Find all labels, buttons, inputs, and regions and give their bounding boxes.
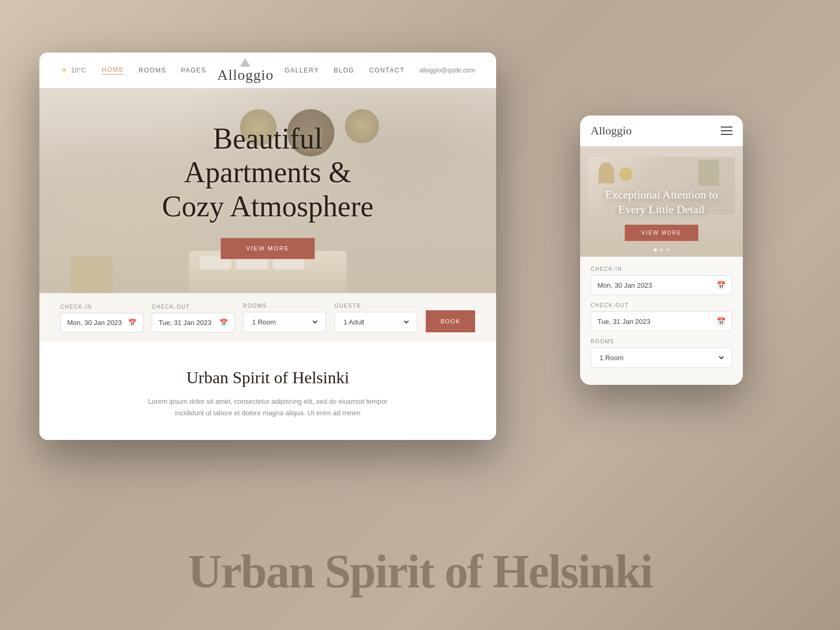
hero-view-more-button[interactable]: VIEW MORE (221, 238, 314, 259)
weather-widget: ☀ 10°C (60, 65, 86, 75)
mobile-checkin-input[interactable]: Mon, 30 Jan 2023 📅 (591, 275, 732, 295)
guests-input[interactable]: 1 Adult 2 Adults 3 Adults (334, 312, 417, 332)
book-now-button[interactable]: BOOK (426, 310, 475, 332)
desktop-mockup: ☀ 10°C HOME ROOMS PAGES Alloggio GALLERY… (39, 52, 496, 440)
hero-content: Beautiful Apartments & Cozy Atmosphere V… (154, 122, 382, 259)
booking-bar: CHECK-IN Mon, 30 Jan 2023 📅 CHECK-OUT Tu… (39, 293, 496, 342)
hamburger-menu-button[interactable] (721, 127, 732, 135)
nav-email: alloggio@qode.com (419, 67, 475, 74)
art-element-1 (598, 162, 614, 183)
nav-links: HOME ROOMS PAGES (102, 66, 206, 75)
hero-title-line2: Cozy Atmosphere (162, 190, 374, 223)
checkout-input[interactable]: Tue, 31 Jan 2023 📅 (152, 313, 235, 332)
mobile-checkout-field: CHECK-OUT Tue, 31 Jan 2023 📅 (591, 302, 732, 331)
rooms-label: ROOMS (243, 303, 326, 309)
guests-select[interactable]: 1 Adult 2 Adults 3 Adults (341, 318, 411, 327)
mobile-nav: Alloggio (580, 116, 743, 146)
nav-link-gallery[interactable]: GALLERY (285, 67, 319, 74)
desktop-logo[interactable]: Alloggio (217, 58, 274, 82)
nav-links-right: GALLERY BLOG CONTACT (285, 67, 405, 74)
nav-link-contact[interactable]: CONTACT (369, 67, 405, 74)
guests-field: GUESTS: 1 Adult 2 Adults 3 Adults (334, 303, 417, 332)
mobile-rooms-select[interactable]: 1 Room 2 Rooms (597, 353, 726, 362)
mobile-logo[interactable]: Alloggio (591, 124, 632, 138)
nav-link-pages[interactable]: PAGES (181, 67, 206, 74)
guests-label: GUESTS: (334, 303, 417, 309)
mobile-checkout-input[interactable]: Tue, 31 Jan 2023 📅 (591, 311, 732, 331)
mobile-hero-title-line1: Exceptional Attention to (605, 188, 718, 201)
mobile-checkin-value: Mon, 30 Jan 2023 (597, 281, 652, 289)
checkin-input[interactable]: Mon, 30 Jan 2023 📅 (60, 313, 143, 332)
mobile-view-more-button[interactable]: VIEW MORE (625, 225, 698, 241)
mobile-hero: Exceptional Attention to Every Little De… (580, 146, 743, 257)
hero-section: Beautiful Apartments & Cozy Atmosphere V… (39, 88, 496, 293)
temperature: 10°C (71, 66, 86, 74)
nav-link-rooms[interactable]: ROOMS (139, 67, 166, 74)
mobile-checkin-field: CHECK-IN Mon, 30 Jan 2023 📅 (591, 266, 732, 295)
mobile-checkout-calendar-icon: 📅 (717, 317, 726, 326)
checkout-value: Tue, 31 Jan 2023 (159, 319, 212, 327)
background-text: Urban Spirit of Helsinki (188, 544, 653, 598)
nav-link-blog[interactable]: BLOG (334, 67, 354, 74)
ham-line-3 (721, 134, 732, 135)
mobile-rooms-field: ROOMS 1 Room 2 Rooms (591, 339, 732, 368)
section-text: Lorem ipsum dolor sit amet, consectetur … (136, 396, 399, 419)
slider-dots (580, 248, 743, 251)
rooms-field: ROOMS 1 Room 2 Rooms 3 Rooms (243, 303, 326, 332)
mobile-rooms-label: ROOMS (591, 339, 732, 344)
nav-left: ☀ 10°C HOME ROOMS PAGES (60, 65, 206, 75)
checkin-value: Mon, 30 Jan 2023 (67, 319, 122, 327)
checkout-calendar-icon: 📅 (219, 319, 228, 327)
mobile-checkout-value: Tue, 31 Jan 2023 (597, 318, 650, 326)
art-element-3 (698, 160, 719, 186)
mobile-booking: CHECK-IN Mon, 30 Jan 2023 📅 CHECK-OUT Tu… (580, 257, 743, 385)
mobile-rooms-input[interactable]: 1 Room 2 Rooms (591, 348, 732, 368)
mobile-checkin-label: CHECK-IN (591, 266, 732, 272)
nav-right: GALLERY BLOG CONTACT alloggio@qode.com (285, 67, 475, 74)
ham-line-1 (721, 127, 732, 128)
rooms-input[interactable]: 1 Room 2 Rooms 3 Rooms (243, 312, 326, 332)
section-title: Urban Spirit of Helsinki (60, 368, 475, 387)
checkin-field: CHECK-IN Mon, 30 Jan 2023 📅 (60, 304, 143, 332)
mobile-hero-title: Exceptional Attention to Every Little De… (591, 187, 732, 217)
checkin-label: CHECK-IN (60, 304, 143, 310)
checkout-label: CHECK-OUT (152, 304, 235, 310)
dot-2[interactable] (660, 248, 663, 251)
mobile-hero-title-line2: Every Little Detail (618, 203, 705, 216)
mobile-checkout-label: CHECK-OUT (591, 302, 732, 308)
mobile-mockup: Alloggio Exceptional Attention to Every … (580, 116, 743, 385)
mobile-hero-content: Exceptional Attention to Every Little De… (580, 187, 743, 241)
dot-1[interactable] (654, 248, 657, 251)
dot-3[interactable] (666, 248, 669, 251)
sun-icon: ☀ (60, 65, 68, 75)
hero-title-line1: Beautiful Apartments & (184, 122, 352, 188)
mobile-checkin-calendar-icon: 📅 (717, 281, 726, 289)
ham-line-2 (721, 130, 732, 131)
desktop-nav: ☀ 10°C HOME ROOMS PAGES Alloggio GALLERY… (39, 52, 496, 88)
logo-text: Alloggio (217, 68, 274, 82)
checkin-calendar-icon: 📅 (128, 319, 136, 327)
art-element-2 (620, 167, 633, 181)
logo-triangle-icon (240, 58, 250, 67)
checkout-field: CHECK-OUT Tue, 31 Jan 2023 📅 (152, 304, 235, 332)
hero-title: Beautiful Apartments & Cozy Atmosphere (154, 122, 382, 223)
rooms-select[interactable]: 1 Room 2 Rooms 3 Rooms (250, 318, 319, 327)
nav-link-home[interactable]: HOME (102, 66, 124, 75)
content-section: Urban Spirit of Helsinki Lorem ipsum dol… (39, 342, 496, 440)
